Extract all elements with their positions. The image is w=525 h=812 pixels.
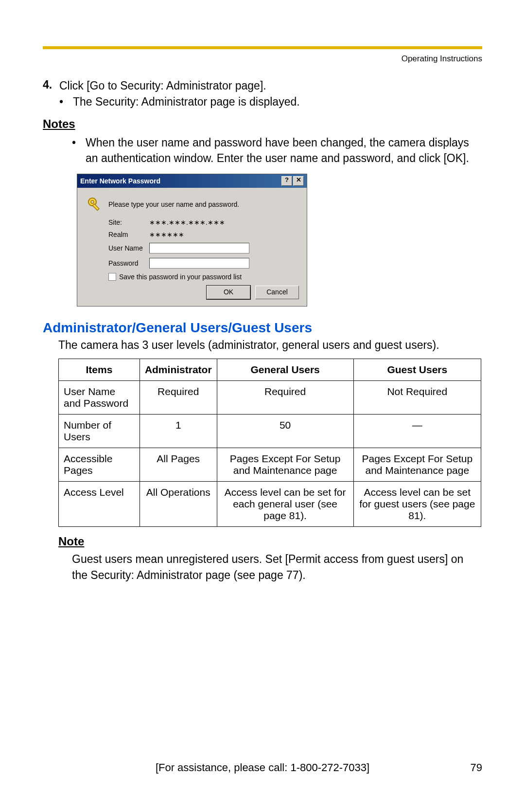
pass-label: Password: [108, 259, 149, 267]
site-value: ∗∗∗.∗∗∗.∗∗∗.∗∗∗: [149, 218, 225, 226]
username-input[interactable]: [149, 243, 249, 253]
table-header-row: Items Administrator General Users Guest …: [59, 359, 481, 381]
dialog-container: Enter Network Password ? ✕ Please ty: [77, 174, 482, 307]
cell: 50: [217, 415, 353, 448]
th-guest: Guest Users: [353, 359, 481, 381]
site-row: Site: ∗∗∗.∗∗∗.∗∗∗.∗∗∗: [108, 218, 299, 226]
cell: 1: [140, 415, 217, 448]
cell: Access level can be set for guest users …: [353, 482, 481, 527]
cell: All Operations: [140, 482, 217, 527]
help-icon[interactable]: ?: [281, 176, 292, 186]
header-label: Operating Instructions: [43, 54, 482, 64]
realm-label: Realm: [108, 231, 149, 238]
cell: Pages Except For Setup and Maintenance p…: [217, 448, 353, 482]
realm-row: Realm ∗∗∗∗∗∗: [108, 231, 299, 238]
note2-text: Guest users mean unregistered users. Set…: [72, 551, 471, 582]
close-icon[interactable]: ✕: [293, 176, 304, 186]
cancel-button[interactable]: Cancel: [255, 286, 299, 299]
dialog-body: Please type your user name and password.…: [77, 188, 307, 306]
th-general: General Users: [217, 359, 353, 381]
cell: Access Level: [59, 482, 140, 527]
save-pass-row: Save this password in your password list: [108, 273, 299, 281]
ok-button[interactable]: OK: [207, 286, 250, 299]
user-row: User Name: [108, 243, 299, 253]
pass-row: Password: [108, 258, 299, 269]
site-label: Site:: [108, 218, 149, 226]
user-label: User Name: [108, 244, 149, 252]
step-sub-text: The Security: Administrator page is disp…: [73, 95, 300, 108]
cell: User Name and Password: [59, 381, 140, 415]
top-rule: [43, 46, 482, 49]
auth-dialog: Enter Network Password ? ✕ Please ty: [77, 174, 307, 307]
dialog-title-text: Enter Network Password: [80, 177, 160, 185]
realm-value: ∗∗∗∗∗∗: [149, 231, 184, 238]
cell: All Pages: [140, 448, 217, 482]
table-row: Access Level All Operations Access level…: [59, 482, 481, 527]
user-levels-table: Items Administrator General Users Guest …: [58, 359, 481, 527]
step-text: Click [Go to Security: Administrator pag…: [59, 78, 266, 93]
step-sub-bullet: • The Security: Administrator page is di…: [59, 95, 482, 108]
password-input[interactable]: [149, 258, 249, 269]
section-heading: Administrator/General Users/Guest Users: [43, 320, 482, 336]
cell: Required: [140, 381, 217, 415]
notes-heading: Notes: [43, 117, 482, 131]
th-admin: Administrator: [140, 359, 217, 381]
note2-heading: Note: [58, 535, 482, 548]
svg-rect-2: [92, 204, 99, 210]
dialog-buttons: OK Cancel: [85, 286, 299, 299]
step-number: 4.: [43, 78, 59, 91]
bullet-dot: •: [72, 135, 86, 166]
step-4: 4. Click [Go to Security: Administrator …: [43, 78, 482, 93]
bullet-dot: •: [59, 95, 73, 108]
cell: —: [353, 415, 481, 448]
key-icon: [85, 195, 105, 214]
section-intro: The camera has 3 user levels (administra…: [58, 339, 482, 352]
th-items: Items: [59, 359, 140, 381]
notes-text: When the user name and password have bee…: [86, 135, 482, 166]
table-row: Number of Users 1 50 —: [59, 415, 481, 448]
cell: Access level can be set for each general…: [217, 482, 353, 527]
cell: Not Required: [353, 381, 481, 415]
page-content: Operating Instructions 4. Click [Go to S…: [0, 0, 525, 583]
cell: Number of Users: [59, 415, 140, 448]
svg-point-1: [91, 200, 94, 203]
cell: Accessible Pages: [59, 448, 140, 482]
dialog-prompt: Please type your user name and password.: [108, 200, 239, 208]
dialog-prompt-row: Please type your user name and password.: [85, 195, 299, 214]
table-row: Accessible Pages All Pages Pages Except …: [59, 448, 481, 482]
dialog-titlebar: Enter Network Password ? ✕: [77, 174, 307, 188]
page-number: 79: [471, 761, 482, 774]
table-row: User Name and Password Required Required…: [59, 381, 481, 415]
save-password-checkbox[interactable]: [108, 273, 116, 281]
cell: Pages Except For Setup and Maintenance p…: [353, 448, 481, 482]
notes-bullet: • When the user name and password have b…: [72, 135, 482, 166]
cell: Required: [217, 381, 353, 415]
footer-assist: [For assistance, please call: 1-800-272-…: [0, 761, 525, 774]
save-password-label: Save this password in your password list: [119, 273, 242, 281]
